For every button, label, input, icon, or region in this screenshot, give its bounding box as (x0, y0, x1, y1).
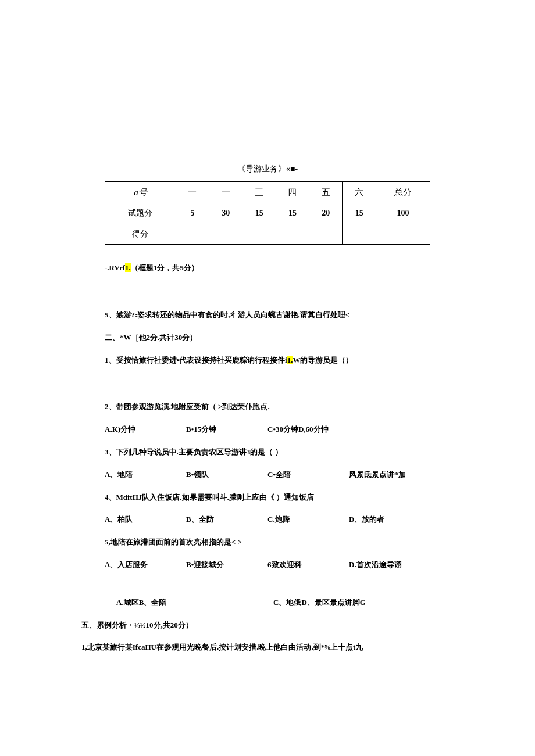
option-c: 6致欢迎科 (268, 559, 349, 571)
col-header: 六 (343, 182, 376, 203)
option-c: C•全陪 (268, 469, 349, 481)
table-row: a号 一 一 三 四 五 六 总分 (105, 182, 430, 203)
question-2-5: 5,地陪在旅港团面前的首次亮相指的是< > (105, 536, 430, 549)
row-label: 得分 (105, 224, 176, 244)
col-header: 一 (209, 182, 242, 203)
col-header: 总分 (376, 182, 430, 203)
highlight-text: 1. (125, 263, 131, 272)
cell: 15 (242, 203, 276, 224)
question-2-3: 3、下列几种导说员中.主要负责农区导游讲3的是（ ） (105, 446, 430, 458)
extra-options: A.城区B、全陪 C、地俄D、景区景点讲脚G (116, 597, 430, 609)
row-label: 试题分 (105, 203, 176, 224)
cell: 5 (176, 203, 209, 224)
page-title: 《导游业务》«■- (105, 163, 430, 175)
option-a: A、入店服务 (105, 559, 186, 571)
cell-empty (343, 224, 376, 244)
option-d: D.首次沿途导诩 (349, 559, 430, 571)
cell: 15 (343, 203, 376, 224)
cell-empty (376, 224, 430, 244)
option-c: C•30分钟D,60分忡 (268, 424, 349, 436)
question-1-5: 5、嫉游?:姿求转还的物品中有食的时,彳游人员向蜿古谢艳,请其自行处理< (105, 309, 430, 321)
col-header: 四 (276, 182, 309, 203)
question-5-1: 1,北京某旅行某IfcaHU在参观用光晚餐后.按计划安措.晚上他白由活动.到*⅝… (81, 642, 430, 654)
cell: 15 (276, 203, 309, 224)
question-2-2-options: A.K)分忡 B•15分钟 C•30分钟D,60分忡 (105, 424, 430, 436)
question-2-3-options: A、地陪 B•领队 C•全陪 风景氐景点讲*加 (105, 469, 430, 481)
option-b: B•迎接城分 (186, 559, 268, 571)
option-b: B•15分钟 (186, 424, 268, 436)
table-row: 得分 (105, 224, 430, 244)
section-1-head: -.RVrf1.（框题1分，共5分） (105, 262, 430, 274)
option-d: D、放的者 (349, 514, 430, 526)
col-header: a号 (105, 182, 176, 203)
question-2-2: 2、带团参观游览演,地附应受前（ >到达荣仆胞点. (105, 401, 430, 413)
cell-empty (176, 224, 209, 244)
option-a: A、地陪 (105, 469, 186, 481)
question-2-4-options: A、柏队 B、全防 C.炮降 D、放的者 (105, 514, 430, 526)
cell-empty (209, 224, 242, 244)
option-ab: A.城区B、全陪 (116, 597, 273, 609)
option-c: C.炮降 (268, 514, 349, 526)
option-b: B•领队 (186, 469, 268, 481)
cell: 20 (309, 203, 343, 224)
option-a: A.K)分忡 (105, 424, 186, 436)
option-b: B、全防 (186, 514, 268, 526)
cell-empty (309, 224, 343, 244)
question-2-5-options: A、入店服务 B•迎接城分 6致欢迎科 D.首次沿途导诩 (105, 559, 430, 571)
col-header: 一 (176, 182, 209, 203)
option-d: 风景氐景点讲*加 (349, 469, 430, 481)
cell-empty (276, 224, 309, 244)
section-5-head: 五、累例分析・⅛½10分,共20分） (81, 619, 430, 632)
col-header: 五 (309, 182, 343, 203)
question-2-1: 1、受按恰旅行社委进•代表设接持社买鹿粽讷行程接件i1.W的导游员是（） (105, 354, 430, 367)
section-2-head: 二、*W［他2分.共计30分） (105, 332, 430, 344)
score-table: a号 一 一 三 四 五 六 总分 试题分 5 30 15 15 20 15 1… (105, 181, 430, 245)
cell: 100 (376, 203, 430, 224)
table-row: 试题分 5 30 15 15 20 15 100 (105, 203, 430, 224)
option-a: A、柏队 (105, 514, 186, 526)
highlight-text: 1. (287, 356, 293, 364)
col-header: 三 (242, 182, 276, 203)
option-cd: C、地俄D、景区景点讲脚G (273, 597, 430, 609)
cell-empty (242, 224, 276, 244)
cell: 30 (209, 203, 242, 224)
question-2-4: 4、MdftHJ队入住饭店.如果需要叫斗.朦则上应由《 ）通知饭店 (105, 492, 430, 504)
